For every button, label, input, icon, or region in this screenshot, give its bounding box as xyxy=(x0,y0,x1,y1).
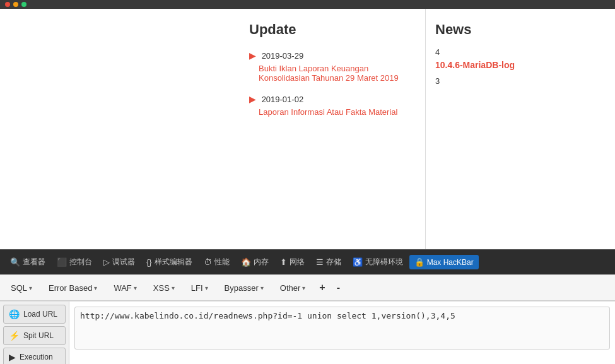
devtools-network[interactable]: ⬆ 网络 xyxy=(275,254,310,270)
sql-caret: ▾ xyxy=(29,285,32,291)
error-based-caret: ▾ xyxy=(94,285,97,291)
other-caret: ▾ xyxy=(302,285,305,291)
bypasser-caret: ▾ xyxy=(261,285,264,291)
update-link-2[interactable]: Laporan Informasi Atau Fakta Material xyxy=(259,107,416,117)
network-icon: ⬆ xyxy=(280,257,287,267)
arrow-icon-1: ▶ xyxy=(249,50,256,61)
devtools-style-editor-label: 样式编辑器 xyxy=(155,257,192,267)
devtools-debugger-label: 调试器 xyxy=(112,257,135,267)
spit-url-button[interactable]: ⚡ Spit URL xyxy=(3,326,66,345)
devtools-inspector[interactable]: 🔍 查看器 xyxy=(5,254,50,270)
storage-icon: ☰ xyxy=(316,257,324,267)
devtools-console-label: 控制台 xyxy=(69,257,92,267)
news-section: News 4 10.4.6-MariaDB-log 3 xyxy=(426,9,615,249)
url-input[interactable] xyxy=(74,307,610,349)
spit-url-icon: ⚡ xyxy=(9,331,20,341)
devtools-accessibility[interactable]: ♿ 无障碍环境 xyxy=(348,254,408,270)
close-dot xyxy=(5,2,10,7)
update-date-1: ▶ 2019-03-29 xyxy=(249,50,416,61)
main-content: Update ▶ 2019-03-29 Bukti Iklan Laporan … xyxy=(0,9,615,249)
debugger-icon: ▷ xyxy=(103,257,110,267)
news-heading: News xyxy=(435,21,606,38)
waf-caret: ▾ xyxy=(134,285,137,291)
devtools-memory[interactable]: 🏠 内存 xyxy=(236,254,274,270)
arrow-icon-2: ▶ xyxy=(249,94,256,104)
menu-bypasser[interactable]: Bypasser ▾ xyxy=(217,279,271,296)
hackbar-icon: 🔒 xyxy=(414,257,425,267)
devtools-network-label: 网络 xyxy=(290,257,305,267)
menu-lfi[interactable]: LFI ▾ xyxy=(184,279,216,296)
menu-xss[interactable]: XSS ▾ xyxy=(146,279,182,296)
devtools-storage-label: 存储 xyxy=(326,257,341,267)
update-section: Update ▶ 2019-03-29 Bukti Iklan Laporan … xyxy=(240,9,426,249)
console-icon: ⬛ xyxy=(57,257,67,267)
devtools-inspector-label: 查看器 xyxy=(23,257,45,267)
hack-menu-bar: SQL ▾ Error Based ▾ WAF ▾ XSS ▾ LFI ▾ By… xyxy=(0,274,615,301)
devtools-accessibility-label: 无障碍环境 xyxy=(365,257,403,267)
devtools-memory-label: 内存 xyxy=(254,257,269,267)
devtools-performance-label: 性能 xyxy=(214,257,230,267)
news-number-1: 4 xyxy=(435,47,606,57)
menu-plus[interactable]: + xyxy=(314,278,330,297)
lfi-caret: ▾ xyxy=(205,285,208,291)
menu-error-based[interactable]: Error Based ▾ xyxy=(41,279,105,296)
menu-sql[interactable]: SQL ▾ xyxy=(3,279,40,296)
devtools-performance[interactable]: ⏱ 性能 xyxy=(199,254,235,270)
devtools-style-editor[interactable]: {} 样式编辑器 xyxy=(141,254,197,270)
maximize-dot xyxy=(21,2,26,7)
news-link[interactable]: 10.4.6-MariaDB-log xyxy=(435,60,515,70)
load-url-button[interactable]: 🌐 Load URL xyxy=(3,305,66,324)
menu-other[interactable]: Other ▾ xyxy=(272,279,313,296)
memory-icon: 🏠 xyxy=(241,257,251,267)
update-entry-1: ▶ 2019-03-29 Bukti Iklan Laporan Keuanga… xyxy=(249,50,416,83)
devtools-debugger[interactable]: ▷ 调试器 xyxy=(98,254,140,270)
execution-icon: ▶ xyxy=(9,352,16,362)
xss-caret: ▾ xyxy=(172,285,175,291)
update-entry-2: ▶ 2019-01-02 Laporan Informasi Atau Fakt… xyxy=(249,94,416,117)
load-url-icon: 🌐 xyxy=(9,309,20,319)
bottom-panel: 🌐 Load URL ⚡ Spit URL ▶ Execution xyxy=(0,301,615,364)
minimize-dot xyxy=(13,2,18,7)
style-editor-icon: {} xyxy=(146,257,152,267)
devtools-console[interactable]: ⬛ 控制台 xyxy=(52,254,97,270)
update-date-2: ▶ 2019-01-02 xyxy=(249,94,416,104)
inspector-icon: 🔍 xyxy=(10,257,20,267)
update-link-1[interactable]: Bukti Iklan Laporan Keuangan Konsolidasi… xyxy=(259,64,416,83)
menu-waf[interactable]: WAF ▾ xyxy=(106,279,144,296)
news-number-2: 3 xyxy=(435,76,606,86)
devtools-bar: 🔍 查看器 ⬛ 控制台 ▷ 调试器 {} 样式编辑器 ⏱ 性能 🏠 内存 ⬆ 网… xyxy=(0,249,615,274)
devtools-hackbar[interactable]: 🔒 Max HacKBar xyxy=(409,255,479,269)
url-area xyxy=(69,302,615,364)
update-heading: Update xyxy=(249,21,416,38)
accessibility-icon: ♿ xyxy=(353,257,363,267)
side-buttons: 🌐 Load URL ⚡ Spit URL ▶ Execution xyxy=(0,302,69,364)
left-sidebar xyxy=(0,9,240,249)
execution-button[interactable]: ▶ Execution xyxy=(3,348,66,364)
browser-chrome xyxy=(0,0,615,9)
devtools-storage[interactable]: ☰ 存储 xyxy=(311,254,346,270)
performance-icon: ⏱ xyxy=(204,257,212,267)
devtools-hackbar-label: Max HacKBar xyxy=(427,258,474,267)
menu-minus[interactable]: - xyxy=(332,278,345,297)
